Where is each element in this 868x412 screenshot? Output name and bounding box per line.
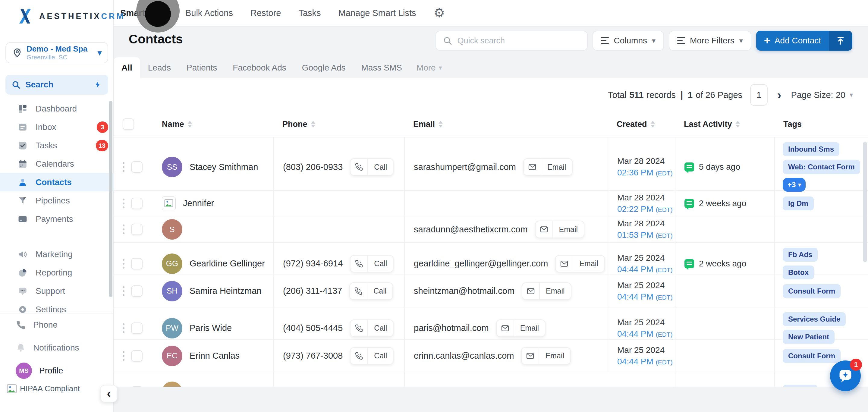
topnav-smart-lists[interactable]: Smart Lists xyxy=(120,8,168,18)
gear-icon[interactable]: ⚙ xyxy=(434,7,445,19)
next-page-button[interactable]: › xyxy=(775,89,783,101)
sidebar-item-pipelines[interactable]: Pipelines xyxy=(0,191,114,210)
sidebar-search[interactable]: Search xyxy=(5,75,108,95)
table-row[interactable]: Call Email xyxy=(114,372,868,387)
row-checkbox[interactable] xyxy=(131,386,143,387)
tag-pill[interactable]: Fb Ads xyxy=(783,385,818,387)
window-scrollbar[interactable] xyxy=(863,141,867,262)
tag-pill[interactable]: Fb Ads xyxy=(783,248,818,262)
email-button[interactable]: Email xyxy=(555,255,605,273)
topnav-restore[interactable]: Restore xyxy=(250,8,281,18)
col-header-created[interactable]: Created xyxy=(608,120,675,129)
row-checkbox[interactable] xyxy=(131,285,143,297)
call-button[interactable]: Call xyxy=(350,255,394,273)
tag-pill[interactable]: Consult Form xyxy=(783,284,841,298)
sidebar-item-settings[interactable]: Settings xyxy=(0,300,114,313)
tab-facebook-ads[interactable]: Facebook Ads xyxy=(225,57,294,78)
sidebar-item-tasks[interactable]: Tasks 13 xyxy=(0,136,114,155)
row-checkbox[interactable] xyxy=(131,350,143,362)
drag-handle-icon[interactable] xyxy=(123,351,124,353)
row-checkbox[interactable] xyxy=(131,161,143,173)
contact-name[interactable]: Paris Wide xyxy=(190,323,232,333)
contact-name[interactable]: Samira Heintzman xyxy=(190,286,261,296)
sort-icon[interactable] xyxy=(438,121,443,127)
col-header-name[interactable]: Name xyxy=(153,120,273,129)
call-button[interactable]: Call xyxy=(350,319,394,337)
sidebar-item-profile[interactable]: MS Profile xyxy=(0,359,114,382)
sidebar-item-phone[interactable]: Phone xyxy=(0,313,114,336)
sidebar-item-notifications[interactable]: Notifications xyxy=(0,336,114,359)
table-row[interactable]: SH Samira Heintzman (206) 311-4137 Call xyxy=(114,275,868,308)
email-button[interactable]: Email xyxy=(522,282,571,300)
contact-name[interactable]: Gearldine Gellinger xyxy=(190,259,265,268)
row-checkbox[interactable] xyxy=(131,258,143,270)
select-all-checkbox[interactable] xyxy=(123,119,134,130)
import-contacts-button[interactable] xyxy=(829,31,852,51)
sort-icon[interactable] xyxy=(736,121,740,127)
drag-handle-icon[interactable] xyxy=(123,259,124,261)
chat-widget-button[interactable]: 1 xyxy=(830,360,861,391)
email-button[interactable]: Email xyxy=(521,347,571,365)
contact-name[interactable]: Erinn Canlas xyxy=(190,351,240,361)
sidebar-item-contacts[interactable]: Contacts xyxy=(0,173,114,191)
table-row[interactable]: S Call saradunn@aesthetixcrm. xyxy=(114,216,868,243)
tag-pill[interactable]: Services Guide xyxy=(783,312,846,326)
sort-icon[interactable] xyxy=(311,121,315,127)
table-row[interactable]: GG Gearldine Gellinger (972) 934-6914 Ca… xyxy=(114,243,868,275)
page-number-box[interactable]: 1 xyxy=(750,84,768,106)
more-tags-pill[interactable]: +3▾ xyxy=(783,178,806,192)
sort-icon[interactable] xyxy=(188,121,192,127)
table-row[interactable]: SS Stacey Smithman (803) 206-0933 Call xyxy=(114,137,868,191)
drag-handle-icon[interactable] xyxy=(123,323,124,325)
add-contact-button[interactable]: + Add Contact xyxy=(756,31,852,51)
topnav-tasks[interactable]: Tasks xyxy=(299,8,321,18)
email-button[interactable]: Email xyxy=(535,221,585,238)
sidebar-item-support[interactable]: Support xyxy=(0,282,114,300)
tab-all[interactable]: All xyxy=(114,57,140,78)
sidebar-item-payments[interactable]: Payments xyxy=(0,210,114,228)
sidebar-item-marketing[interactable]: Marketing xyxy=(0,245,114,263)
email-button[interactable]: Email xyxy=(496,319,546,337)
more-filters-button[interactable]: More Filters ▾ xyxy=(669,31,751,51)
email-button[interactable]: Email xyxy=(523,158,573,176)
col-header-tags[interactable]: Tags xyxy=(774,120,868,129)
drag-handle-icon[interactable] xyxy=(123,225,124,226)
tab-patients[interactable]: Patients xyxy=(179,57,225,78)
row-checkbox[interactable] xyxy=(131,198,143,209)
table-row[interactable]: EC Erinn Canlas (973) 767-3008 Call xyxy=(114,340,868,372)
topnav-bulk-actions[interactable]: Bulk Actions xyxy=(185,8,233,18)
call-button[interactable]: Call xyxy=(350,347,394,365)
sidebar-item-reporting[interactable]: Reporting xyxy=(0,263,114,282)
row-checkbox[interactable] xyxy=(131,224,143,235)
row-checkbox[interactable] xyxy=(131,322,143,334)
table-row[interactable]: Jennifer Call xyxy=(114,191,868,216)
drag-handle-icon[interactable] xyxy=(123,286,124,288)
col-header-last-activity[interactable]: Last Activity xyxy=(675,120,774,129)
page-size-selector[interactable]: Page Size: 20 ▾ xyxy=(791,90,853,100)
tab-leads[interactable]: Leads xyxy=(140,57,179,78)
tag-pill[interactable]: Ig Dm xyxy=(783,196,814,210)
quick-search[interactable] xyxy=(435,31,588,51)
sidebar-item-calendars[interactable]: Calendars xyxy=(0,155,114,173)
topnav-manage-smart-lists[interactable]: Manage Smart Lists xyxy=(338,8,416,18)
columns-button[interactable]: Columns ▾ xyxy=(592,31,664,51)
sidebar-item-inbox[interactable]: Inbox 3 xyxy=(0,118,114,136)
tag-pill[interactable]: Consult Form xyxy=(783,349,841,363)
tab-mass-sms[interactable]: Mass SMS xyxy=(353,57,410,78)
sidebar-item-dashboard[interactable]: Dashboard xyxy=(0,99,114,118)
drag-handle-icon[interactable] xyxy=(123,162,124,164)
sidebar-scrollbar[interactable] xyxy=(109,101,113,297)
sidebar-collapse-button[interactable]: ‹ xyxy=(100,385,118,402)
col-header-phone[interactable]: Phone xyxy=(273,120,404,129)
tag-pill[interactable]: Web: Contact Form xyxy=(783,160,860,174)
sort-icon[interactable] xyxy=(651,121,655,127)
contact-name[interactable]: Stacey Smithman xyxy=(190,162,258,172)
col-header-email[interactable]: Email xyxy=(404,120,608,129)
drag-handle-icon[interactable] xyxy=(123,199,124,200)
tab-more[interactable]: More ▾ xyxy=(416,57,442,78)
call-button[interactable]: Call xyxy=(349,282,393,300)
tag-pill[interactable]: Inbound Sms xyxy=(783,142,839,156)
location-selector[interactable]: Demo - Med Spa Greenville, SC ▾ xyxy=(5,42,108,63)
contact-name[interactable]: Jennifer xyxy=(183,198,214,208)
quick-search-input[interactable] xyxy=(457,36,581,45)
